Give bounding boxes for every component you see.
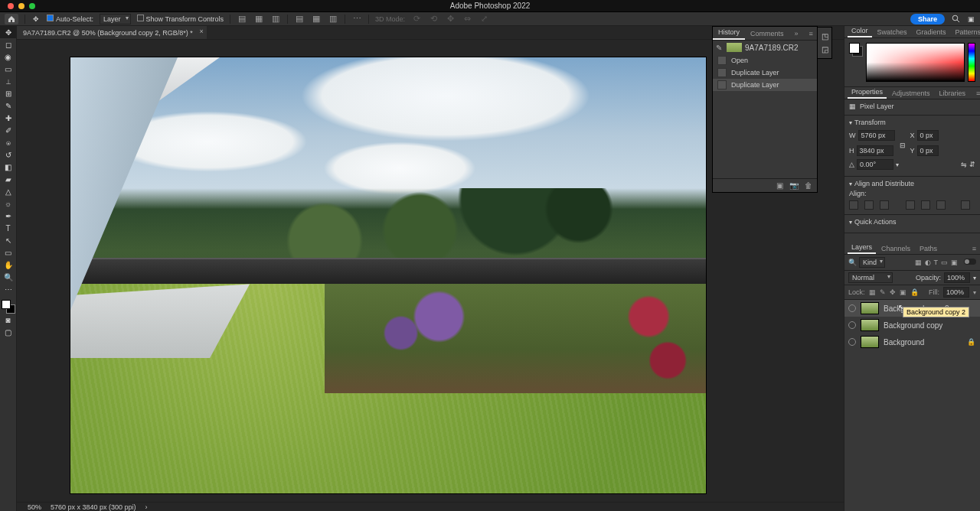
align-bottom-button[interactable] (936, 200, 946, 210)
document-canvas[interactable] (70, 57, 706, 493)
tab-layers[interactable]: Layers (848, 242, 876, 254)
filter-shape-icon[interactable]: ▭ (941, 259, 948, 266)
align-right-button[interactable] (880, 200, 889, 210)
layer-row[interactable]: Background copy 2 ↖ Background copy 2 (844, 300, 980, 317)
zoom-tool[interactable]: 🔍 (0, 271, 17, 283)
color-picker-ramp[interactable] (866, 43, 965, 82)
workspace-switcher-icon[interactable]: ▣ (966, 15, 975, 24)
tab-adjustments[interactable]: Adjustments (888, 88, 934, 99)
lock-transparency-icon[interactable]: ▦ (869, 288, 876, 296)
home-button[interactable] (5, 14, 18, 24)
edit-toolbar[interactable]: ⋯ (0, 283, 17, 295)
transform-heading[interactable]: Transform (854, 119, 886, 126)
layer-name[interactable]: Background copy (884, 321, 942, 330)
filter-search-icon[interactable]: 🔍 (848, 259, 857, 266)
marquee-tool[interactable]: ◻ (0, 38, 17, 50)
auto-select-mode-dropdown[interactable]: Layer (100, 14, 131, 24)
status-more-icon[interactable]: › (145, 503, 148, 511)
align-left-icon[interactable]: ▤ (237, 14, 247, 24)
lock-pixels-icon[interactable]: ✎ (880, 288, 886, 296)
trash-icon[interactable]: 🗑 (805, 181, 812, 190)
align-right-icon[interactable]: ▥ (270, 14, 281, 24)
show-transform-checkbox[interactable]: Show Transform Controls (137, 15, 224, 23)
tab-channels[interactable]: Channels (877, 243, 914, 254)
layer-thumbnail[interactable] (861, 319, 879, 331)
blend-mode-dropdown[interactable]: Normal (848, 272, 893, 283)
share-button[interactable]: Share (910, 14, 945, 24)
blur-tool[interactable]: △ (0, 185, 17, 197)
history-brush-marker-icon[interactable]: ✎ (716, 44, 724, 52)
clone-stamp-tool[interactable]: ⍟ (0, 136, 17, 148)
align-center-h-icon[interactable]: ▦ (253, 14, 264, 24)
align-top-button[interactable] (906, 200, 915, 210)
pen-tool[interactable]: ✒ (0, 210, 17, 222)
more-align-icon[interactable]: ⋯ (351, 14, 362, 24)
move-tool[interactable]: ✥ (0, 26, 17, 38)
doc-dimensions[interactable]: 5760 px x 3840 px (300 ppi) (51, 503, 136, 511)
collapsed-panel-icon[interactable]: ◲ (822, 45, 828, 54)
history-snapshot[interactable]: ✎ 9A7A7189.CR2 (713, 41, 817, 54)
link-wh-icon[interactable]: ⊟ (900, 137, 906, 149)
hue-slider[interactable] (968, 43, 975, 82)
tab-paths[interactable]: Paths (916, 243, 941, 254)
collapse-panel-icon[interactable]: » (789, 28, 804, 40)
layer-thumbnail[interactable] (861, 302, 879, 314)
color-swatches[interactable] (2, 300, 15, 314)
hand-tool[interactable]: ✋ (0, 259, 17, 271)
quick-mask-tool[interactable]: ◙ (0, 314, 17, 326)
rectangle-tool[interactable]: ▭ (0, 246, 17, 259)
visibility-icon[interactable] (848, 321, 856, 329)
eraser-tool[interactable]: ◧ (0, 161, 17, 173)
filter-smart-icon[interactable]: ▣ (951, 259, 958, 266)
angle-input[interactable]: 0.00° (857, 159, 893, 170)
tab-gradients[interactable]: Gradients (913, 27, 950, 37)
align-middle-icon[interactable]: ▦ (311, 14, 322, 24)
new-doc-from-state-icon[interactable]: ▣ (776, 181, 783, 190)
height-input[interactable]: 3840 px (857, 145, 893, 156)
visibility-icon[interactable] (848, 338, 856, 346)
search-icon[interactable] (951, 15, 960, 24)
history-state[interactable]: Duplicate Layer (713, 67, 817, 79)
filter-type-icon[interactable]: T (934, 259, 939, 266)
color-fg-bg-swatch[interactable] (849, 43, 863, 57)
document-tab[interactable]: 9A7A7189.CR2 @ 50% (Background copy 2, R… (17, 26, 207, 39)
panel-menu-icon[interactable]: ≡ (972, 88, 980, 99)
brush-tool[interactable]: ✐ (0, 124, 17, 136)
align-top-icon[interactable]: ▤ (294, 14, 305, 24)
close-tab-icon[interactable]: × (200, 28, 204, 35)
healing-brush-tool[interactable]: ✚ (0, 112, 17, 124)
auto-select-checkbox[interactable]: Auto-Select: (47, 15, 93, 23)
layer-row[interactable]: Background 🔒 (844, 334, 980, 350)
lock-artboard-icon[interactable]: ▣ (900, 288, 906, 296)
panel-menu-icon[interactable]: ≡ (969, 243, 980, 254)
align-heading[interactable]: Align and Distribute (854, 180, 914, 187)
tab-swatches[interactable]: Swatches (874, 27, 911, 37)
dodge-tool[interactable]: ☼ (0, 197, 17, 210)
history-brush-tool[interactable]: ↺ (0, 148, 17, 161)
tab-properties[interactable]: Properties (848, 86, 887, 99)
lock-all-icon[interactable]: 🔒 (910, 288, 919, 296)
opacity-input[interactable]: 100% (944, 272, 970, 283)
flip-h-icon[interactable]: ⇋ (961, 161, 967, 168)
tab-history[interactable]: History (713, 26, 745, 40)
gradient-tool[interactable]: ▰ (0, 173, 17, 185)
screen-mode-tool[interactable]: ▢ (0, 326, 17, 338)
flip-v-icon[interactable]: ⇵ (969, 161, 975, 168)
close-window-icon[interactable] (8, 3, 14, 9)
layer-row[interactable]: Background copy (844, 317, 980, 334)
layer-thumbnail[interactable] (861, 336, 879, 348)
align-vcenter-button[interactable] (921, 200, 930, 210)
collapsed-panel-icon[interactable]: ◳ (822, 32, 828, 41)
minimize-window-icon[interactable] (18, 3, 24, 9)
zoom-level[interactable]: 50% (28, 503, 41, 511)
align-more-button[interactable] (961, 200, 970, 210)
width-input[interactable]: 5760 px (858, 130, 895, 141)
visibility-icon[interactable] (848, 304, 856, 312)
filter-adjust-icon[interactable]: ◐ (925, 259, 931, 266)
history-state[interactable]: Open (713, 54, 817, 67)
x-input[interactable]: 0 px (917, 130, 939, 141)
tab-patterns[interactable]: Patterns (952, 27, 980, 37)
filter-pixel-icon[interactable]: ▦ (915, 259, 922, 266)
eyedropper-tool[interactable]: ✎ (0, 99, 17, 112)
fill-input[interactable]: 100% (943, 287, 969, 298)
